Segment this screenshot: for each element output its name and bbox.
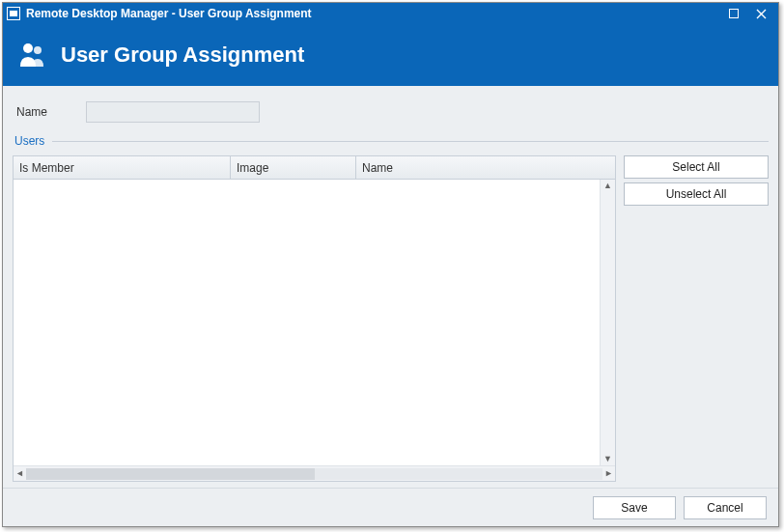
table-header: Is Member Image Name xyxy=(14,156,615,180)
app-icon xyxy=(7,7,20,20)
dialog-window: Remote Desktop Manager - User Group Assi… xyxy=(2,2,779,527)
users-table: Is Member Image Name ▲ ▼ ◄ ► xyxy=(13,155,616,482)
users-icon xyxy=(16,40,47,70)
scroll-down-icon[interactable]: ▼ xyxy=(603,455,612,463)
scroll-right-icon[interactable]: ► xyxy=(604,469,613,478)
close-icon xyxy=(756,9,767,19)
column-image[interactable]: Image xyxy=(231,156,356,179)
svg-point-0 xyxy=(23,43,33,53)
horizontal-scrollbar[interactable]: ◄ ► xyxy=(14,465,615,481)
scroll-left-icon[interactable]: ◄ xyxy=(15,469,24,478)
side-buttons: Select All Unselect All xyxy=(624,155,769,482)
cancel-button[interactable]: Cancel xyxy=(684,496,767,519)
save-button[interactable]: Save xyxy=(593,496,676,519)
unselect-all-button[interactable]: Unselect All xyxy=(624,182,769,206)
svg-point-1 xyxy=(34,46,42,54)
scroll-up-icon[interactable]: ▲ xyxy=(603,182,612,190)
dialog-title: User Group Assignment xyxy=(61,42,304,68)
maximize-icon xyxy=(729,9,739,18)
divider xyxy=(52,141,769,142)
dialog-footer: Save Cancel xyxy=(3,488,778,526)
table-body[interactable] xyxy=(14,180,600,465)
name-label: Name xyxy=(16,105,47,119)
column-is-member[interactable]: Is Member xyxy=(14,156,231,179)
name-input[interactable] xyxy=(86,101,260,123)
users-legend: Users xyxy=(14,134,44,148)
maximize-button[interactable] xyxy=(720,3,747,24)
hscroll-track[interactable] xyxy=(26,468,602,480)
dialog-header: User Group Assignment xyxy=(3,24,778,86)
titlebar[interactable]: Remote Desktop Manager - User Group Assi… xyxy=(3,3,778,24)
users-legend-row: Users xyxy=(14,134,769,148)
users-area: Is Member Image Name ▲ ▼ ◄ ► xyxy=(13,155,769,482)
column-name[interactable]: Name xyxy=(356,156,615,179)
hscroll-thumb[interactable] xyxy=(26,468,315,480)
close-button[interactable] xyxy=(747,3,774,24)
name-row: Name xyxy=(13,96,769,132)
window-title: Remote Desktop Manager - User Group Assi… xyxy=(26,7,312,20)
vertical-scrollbar[interactable]: ▲ ▼ xyxy=(600,180,615,465)
dialog-content: Name Users Is Member Image Name ▲ ▼ xyxy=(3,86,778,488)
select-all-button[interactable]: Select All xyxy=(624,155,769,179)
